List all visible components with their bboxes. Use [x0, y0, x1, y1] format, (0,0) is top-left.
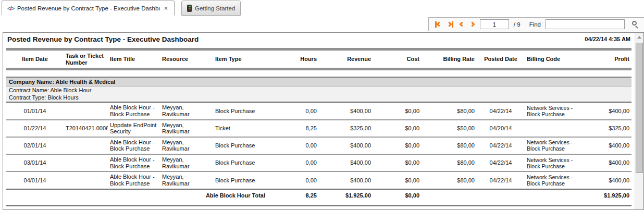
cell-cost: $0,00 [373, 102, 422, 119]
vertical-scrollbar[interactable] [635, 33, 643, 209]
cell-revenue: $400,00 [319, 154, 373, 171]
last-page-button[interactable] [447, 20, 454, 29]
cell-item-type: Block Purchase [213, 171, 269, 189]
tab-getting-started[interactable]: Getting Started [181, 1, 241, 16]
table-row: 03/01/14 Able Block Hour - Block Purchas… [6, 154, 631, 171]
col-task-number: Task or Ticket Number [64, 51, 108, 68]
cell-billing-code: Network Services - Block Purchase [525, 102, 587, 119]
cell-billing-rate: $50,00 [422, 120, 477, 137]
cell-profit: $325,00 [587, 120, 631, 137]
cell-posted-date: 04/22/14 [477, 171, 525, 189]
table-row: 04/01/14 Able Block Hour - Block Purchas… [6, 171, 631, 189]
cell-item-date: 01/01/14 [6, 102, 64, 119]
cell-hours: 0,00 [269, 171, 319, 189]
contract-name-label: Contract Name: Able Block Hour [6, 87, 631, 94]
cell-cost: $0,00 [373, 120, 422, 137]
traffic-light-icon [187, 5, 192, 12]
col-profit: Profit [587, 51, 631, 68]
cell-posted-date: 04/22/14 [477, 137, 525, 154]
report-title-row: Posted Revenue by Contract Type - Execut… [3, 33, 635, 43]
cell-item-type: Block Purchase [213, 102, 269, 119]
tab-report[interactable]: </> Posted Revenue by Contract Type - Ex… [2, 1, 175, 16]
page-number-input[interactable] [480, 19, 509, 29]
company-group-label: Company Name: Able Health & Medical [6, 77, 631, 87]
cell-billing-rate: $80,00 [422, 102, 477, 119]
cell-task-number [64, 137, 108, 154]
cell-posted-date: 04/20/14 [477, 120, 525, 137]
cell-item-title: Able Block Hour - Block Purchase [108, 171, 160, 189]
col-item-date: Item Date [6, 51, 64, 68]
col-item-type: Item Type [213, 51, 269, 68]
cell-cost: $0,00 [373, 154, 422, 171]
page-total-label: / 9 [514, 21, 521, 28]
table-totals: Able Block Hour Total 8,25 $1.925,00 $0,… [6, 189, 631, 209]
table-row: 01/22/14 T20140421.0006 Uppdate EndPoint… [6, 120, 631, 137]
cell-billing-code: Network Services - Block Purchase [525, 154, 587, 171]
table-header: Item Date Task or Ticket Number Item Tit… [6, 48, 631, 77]
col-revenue: Revenue [319, 51, 373, 68]
next-page-icon [469, 22, 475, 27]
cell-item-type: Block Purchase [213, 154, 269, 171]
col-cost: Cost [373, 51, 422, 68]
header-row: Item Date Task or Ticket Number Item Tit… [6, 51, 631, 68]
contract-total-label: Able Block Hour Total [6, 189, 269, 201]
report-table: Item Date Task or Ticket Number Item Tit… [6, 48, 631, 209]
report-title: Posted Revenue by Contract Type - Execut… [7, 35, 199, 43]
report-viewer: Posted Revenue by Contract Type - Execut… [3, 32, 644, 210]
table-body: 01/01/14 Able Block Hour - Block Purchas… [6, 102, 631, 189]
previous-page-button[interactable] [459, 21, 465, 27]
cell-task-number: T20140421.0006 [64, 120, 108, 137]
scroll-up-button[interactable] [635, 33, 643, 42]
cell-item-type: Block Purchase [213, 137, 269, 154]
cell-posted-date: 04/22/14 [477, 102, 525, 119]
cell-revenue: $400,00 [319, 171, 373, 189]
cell-resource: Meyyan, Ravikumar [160, 171, 213, 189]
cell-item-date: 01/22/14 [6, 120, 64, 137]
cell-billing-code [525, 120, 587, 137]
cell-profit: $400,00 [587, 171, 631, 189]
cell-profit: $400,00 [587, 102, 631, 119]
col-hours: Hours [269, 51, 319, 68]
cell-revenue: $400,00 [319, 137, 373, 154]
cell-profit: $400,00 [587, 154, 631, 171]
tab-report-label: Posted Revenue by Contract Type - Execut… [17, 5, 160, 11]
cell-billing-rate: $80,00 [422, 154, 477, 171]
code-icon: </> [7, 5, 14, 11]
cell-item-title: Able Block Hour - Block Purchase [108, 137, 160, 154]
company-total-row: Able Health & Medical Total 8,25 $1.925,… [6, 205, 631, 209]
first-page-button[interactable] [434, 20, 442, 29]
toolbar-row: / 9 Find [0, 16, 644, 31]
cell-cost: $0,00 [373, 137, 422, 154]
company-group-row: Company Name: Able Health & Medical [6, 77, 631, 87]
company-total-label: Able Health & Medical Total [6, 205, 269, 209]
scroll-up-icon [637, 36, 641, 39]
cell-profit: $400,00 [587, 137, 631, 154]
cell-billing-code: Network Services - Block Purchase [525, 171, 587, 189]
find-input[interactable] [546, 19, 625, 29]
cell-item-title: Able Block Hour - Block Purchase [108, 102, 160, 119]
cell-billing-code: Network Services - Block Purchase [525, 137, 587, 154]
tab-close-icon[interactable]: × [163, 5, 169, 12]
cell-posted-date: 04/22/14 [477, 154, 525, 171]
contract-name-row: Contract Name: Able Block Hour [6, 87, 631, 94]
next-page-button[interactable] [469, 21, 475, 27]
contract-total-row: Able Block Hour Total 8,25 $1.925,00 $0,… [6, 189, 631, 201]
cell-hours: 0,00 [269, 154, 319, 171]
find-search-button[interactable] [629, 19, 641, 30]
pager-toolbar: / 9 Find [428, 17, 644, 31]
cell-resource: Meyyan, Ravikumar [160, 137, 213, 154]
scrollbar-thumb[interactable] [636, 43, 643, 173]
contract-type-label: Contract Type: Block Hours [6, 94, 631, 102]
cell-item-date: 02/01/14 [6, 137, 64, 154]
cell-item-title: Uppdate EndPoint Security [108, 120, 160, 137]
report-content: Posted Revenue by Contract Type - Execut… [3, 33, 635, 209]
cell-hours: 8,25 [269, 120, 319, 137]
table-row: 02/01/14 Able Block Hour - Block Purchas… [6, 137, 631, 154]
cell-resource: Meyyan, Ravikumar [160, 154, 213, 171]
magnifier-icon [632, 21, 637, 26]
cell-task-number [64, 102, 108, 119]
cell-resource: Meyyan, Ravikumar [160, 120, 213, 137]
last-page-icon [447, 22, 452, 27]
report-timestamp: 04/22/14 4:35 AM [585, 35, 630, 42]
cell-hours: 0,00 [269, 137, 319, 154]
